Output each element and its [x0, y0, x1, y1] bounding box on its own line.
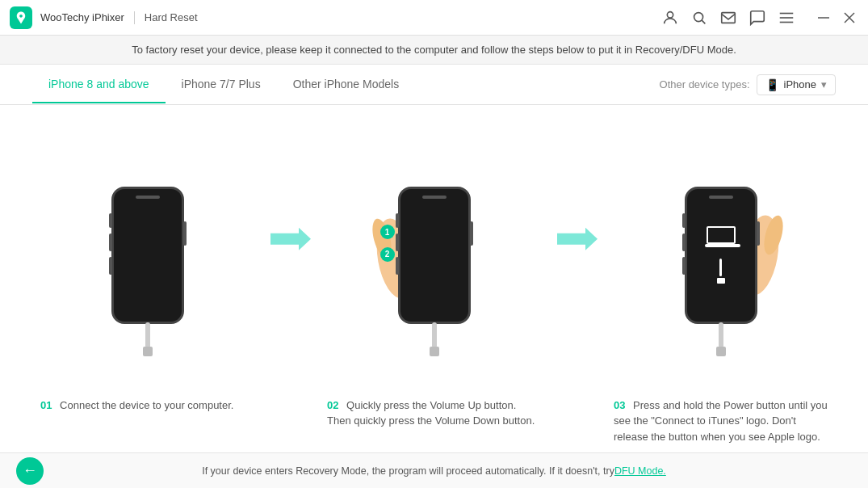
phone-cable-3 — [719, 322, 723, 348]
arrow-2 — [549, 228, 606, 283]
svg-rect-3 — [722, 12, 736, 23]
phone-cable-2 — [432, 322, 437, 348]
steps-area: 1 2 — [0, 105, 868, 398]
step-3-num: 03 — [614, 399, 625, 411]
step-1-text: Connect the device to your computer. — [60, 399, 233, 411]
badge-vol-up: 1 — [380, 225, 395, 239]
titlebar-icons — [661, 9, 858, 27]
back-arrow-icon: ← — [23, 462, 37, 479]
phone-cable-tip-2 — [430, 347, 439, 356]
svg-point-1 — [694, 12, 703, 21]
separator — [134, 11, 135, 24]
titlebar: WooTechy iPhixer Hard Reset — [0, 0, 868, 36]
itunes-laptop-icon — [707, 226, 736, 244]
phone-cable-1 — [145, 322, 150, 348]
chat-icon[interactable] — [748, 9, 766, 27]
step-2-text: Quickly press the Volume Up button. Then… — [327, 399, 535, 427]
device-value: iPhone — [784, 78, 816, 90]
step-1-phone — [111, 150, 184, 360]
tab-iphone8-above[interactable]: iPhone 8 and above — [32, 66, 166, 103]
main-content: 1 2 — [0, 105, 868, 452]
gap-1 — [262, 398, 319, 445]
phone-power-btn — [183, 221, 187, 246]
phone-silent-btn — [109, 213, 112, 228]
notice-bar: To factory reset your device, please kee… — [0, 36, 868, 65]
phone-3-vol-up — [682, 233, 686, 251]
step-arrow-2 — [557, 228, 598, 250]
phone-3-power — [757, 221, 760, 246]
arrow-1 — [262, 228, 319, 283]
section-title: Hard Reset — [145, 11, 198, 23]
phone-3 — [685, 187, 757, 324]
step-1-num: 01 — [40, 399, 52, 411]
svg-line-2 — [702, 20, 705, 23]
back-button[interactable]: ← — [16, 457, 44, 485]
phone-icon: 📱 — [765, 78, 779, 91]
step-2-phone: 1 2 — [398, 150, 471, 360]
steps-desc-area: 01 Connect the device to your computer. … — [0, 398, 868, 453]
phone-cable-tip-1 — [143, 347, 153, 356]
device-select: Other device types: 📱 iPhone ▾ — [660, 74, 836, 95]
tab-iphone7[interactable]: iPhone 7/7 Plus — [166, 66, 277, 103]
phone-vol-up-btn — [109, 233, 112, 251]
cable-plug — [717, 278, 725, 284]
window-controls — [815, 9, 858, 27]
gap-2 — [549, 398, 606, 445]
app-logo — [10, 6, 32, 29]
phone-3-silent — [682, 213, 686, 228]
phone-2-vol-up — [396, 233, 399, 251]
step-2-image: 1 2 — [319, 150, 549, 360]
phone-2-vol-down — [396, 257, 399, 275]
step-1-desc: 01 Connect the device to your computer. — [32, 398, 262, 445]
badge-vol-down: 2 — [380, 247, 395, 262]
phone-vol-down-btn — [109, 257, 112, 275]
tab-other-iphone[interactable]: Other iPhone Models — [277, 66, 416, 103]
app-name: WooTechy iPhixer — [40, 11, 124, 23]
user-icon[interactable] — [661, 9, 679, 27]
dfu-mode-link[interactable]: DFU Mode. — [614, 465, 666, 477]
step-1-image — [32, 150, 262, 360]
device-select-label: Other device types: — [660, 78, 750, 90]
phone-2 — [398, 187, 471, 324]
step-2-desc: 02 Quickly press the Volume Up button. T… — [319, 398, 549, 445]
phone-3-vol-down — [682, 257, 686, 275]
step-3-image — [606, 150, 836, 360]
phone-cable-tip-3 — [716, 347, 726, 356]
phone-2-power — [470, 221, 473, 246]
notice-text: To factory reset your device, please kee… — [132, 44, 736, 56]
mail-icon[interactable] — [719, 9, 737, 27]
close-button[interactable] — [841, 9, 858, 27]
menu-icon[interactable] — [778, 9, 795, 27]
bottom-text-before: If your device enters Recovery Mode, the… — [202, 465, 614, 477]
svg-point-0 — [667, 11, 673, 17]
logo-icon — [14, 11, 28, 25]
tabs-bar: iPhone 8 and above iPhone 7/7 Plus Other… — [0, 65, 868, 105]
search-icon[interactable] — [690, 9, 708, 27]
step-3-text: Press and hold the Power button until yo… — [614, 399, 828, 443]
itunes-screen — [697, 223, 745, 288]
minimize-button[interactable] — [815, 9, 832, 27]
phone-1 — [111, 187, 184, 324]
bottom-bar: ← If your device enters Recovery Mode, t… — [0, 452, 868, 488]
step-2-num: 02 — [327, 399, 338, 411]
phone-2-silent — [396, 213, 399, 228]
cable-line — [719, 259, 722, 276]
step-3-phone — [685, 150, 757, 360]
chevron-down-icon: ▾ — [821, 78, 827, 90]
step-3-desc: 03 Press and hold the Power button until… — [606, 398, 836, 445]
device-dropdown[interactable]: 📱 iPhone ▾ — [757, 74, 836, 95]
step-arrow-1 — [270, 228, 311, 250]
